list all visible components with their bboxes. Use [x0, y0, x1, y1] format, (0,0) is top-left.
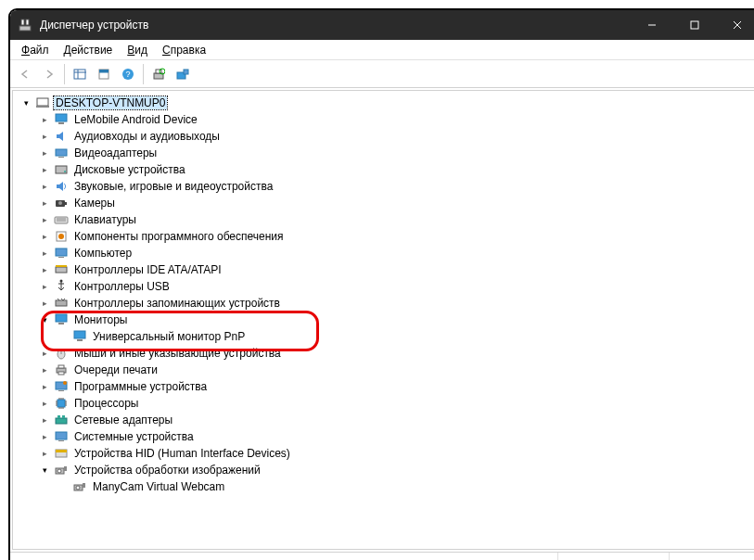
svg-rect-2	[26, 19, 29, 25]
tree-item[interactable]: ▸Дисковые устройства	[13, 161, 754, 178]
tree-label: Контроллеры IDE ATA/ATAPI	[72, 263, 224, 276]
expand-icon[interactable]: ▸	[37, 446, 52, 461]
status-cell	[10, 553, 558, 560]
svg-rect-49	[58, 365, 64, 368]
tree-item[interactable]: ▸Клавиатуры	[13, 211, 754, 228]
expand-icon[interactable]: ▸	[37, 363, 52, 377]
tree-item[interactable]: ▸Системные устройства	[13, 428, 754, 445]
tree-item[interactable]: ▸Устройства HID (Human Interface Devices…	[13, 445, 754, 462]
tree-label: Камеры	[72, 197, 117, 210]
minimize-button[interactable]	[631, 10, 673, 40]
toolbar-separator	[64, 64, 65, 84]
back-button	[14, 63, 36, 85]
camera-icon	[54, 196, 69, 210]
tree-label: Программные устройства	[72, 380, 209, 393]
svg-rect-57	[62, 415, 65, 418]
disk-icon	[54, 162, 69, 177]
collapse-icon[interactable]: ▾	[37, 463, 52, 477]
expand-icon[interactable]: ▸	[37, 262, 52, 277]
tree-item[interactable]: ▸Программные устройства	[13, 378, 754, 395]
tree-item[interactable]: ▸Контроллеры IDE ATA/ATAPI	[13, 261, 754, 278]
tree-item-manycam[interactable]: ▸ManyCam Virtual Webcam	[13, 478, 754, 495]
tree-item[interactable]: ▸Видеоадаптеры	[13, 145, 754, 161]
tree-item-monitors[interactable]: ▾Мониторы	[13, 312, 754, 328]
expand-icon[interactable]: ▸	[37, 112, 52, 127]
tree-item[interactable]: ▸Компьютер	[13, 245, 754, 261]
software-component-icon	[54, 229, 69, 244]
menubar: Файл Действие Вид Справка	[10, 40, 754, 60]
tree-label: Системные устройства	[72, 430, 196, 443]
scan-hardware-button[interactable]	[147, 63, 170, 85]
help-button[interactable]: ?	[117, 63, 139, 85]
svg-rect-39	[56, 265, 67, 267]
expand-icon[interactable]: ▸	[37, 379, 52, 394]
tree-label: Очереди печати	[72, 363, 160, 376]
tree-label: Устройства HID (Human Interface Devices)	[72, 447, 292, 460]
maximize-button[interactable]	[673, 10, 716, 40]
tree-label: Контроллеры USB	[72, 280, 172, 293]
tree-item[interactable]: ▸Звуковые, игровые и видеоустройства	[13, 178, 754, 195]
expand-icon[interactable]: ▸	[37, 296, 52, 311]
tree-item[interactable]: ▸Очереди печати	[13, 362, 754, 378]
svg-rect-41	[56, 300, 67, 306]
toolbar: ?	[10, 60, 754, 88]
svg-rect-38	[56, 267, 67, 273]
svg-rect-12	[99, 70, 109, 72]
expand-icon[interactable]: ▸	[37, 429, 52, 444]
collapse-icon[interactable]: ▾	[37, 312, 52, 327]
expand-icon[interactable]: ▸	[37, 279, 52, 294]
expand-icon[interactable]: ▸	[37, 246, 52, 261]
expand-icon[interactable]: ▸	[37, 162, 52, 177]
device-manager-window: Диспетчер устройств Файл Действие Вид Сп…	[9, 9, 754, 560]
expand-icon[interactable]: ▸	[37, 212, 52, 227]
tree-label: Клавиатуры	[72, 213, 138, 226]
tree-item-pnp-monitor[interactable]: ▸Универсальный монитор PnP	[13, 328, 754, 345]
tree-item[interactable]: ▸Аудиовходы и аудиовыходы	[13, 128, 754, 145]
monitor-icon	[72, 329, 87, 344]
add-legacy-button[interactable]	[172, 63, 194, 85]
svg-point-53	[63, 381, 67, 385]
show-hide-tree-button[interactable]	[69, 63, 91, 85]
menu-view[interactable]: Вид	[120, 42, 155, 58]
close-button[interactable]	[716, 10, 754, 40]
expand-icon[interactable]: ▸	[37, 129, 52, 144]
tree-label: Мыши и иные указывающие устройства	[72, 347, 283, 360]
monitor-icon	[54, 312, 69, 327]
menu-action[interactable]: Действие	[57, 42, 121, 58]
display-adapter-icon	[54, 146, 69, 160]
expand-icon[interactable]: ▸	[37, 146, 52, 160]
tree-label: Мониторы	[72, 313, 129, 326]
svg-rect-19	[184, 70, 188, 74]
tree-item[interactable]: ▸Камеры	[13, 195, 754, 211]
expand-icon[interactable]: ▸	[37, 346, 52, 361]
tree-item[interactable]: ▸Контроллеры запоминающих устройств	[13, 295, 754, 312]
tree-item[interactable]: ▸LeMobile Android Device	[13, 111, 754, 128]
expand-icon[interactable]: ▸	[37, 196, 52, 210]
expand-icon[interactable]: ▸	[37, 229, 52, 244]
hid-icon	[54, 446, 69, 461]
tree-label: Видеоадаптеры	[72, 146, 159, 159]
tree-label: Звуковые, игровые и видеоустройства	[72, 180, 275, 193]
properties-button[interactable]	[93, 63, 115, 85]
tree-item[interactable]: ▸Мыши и иные указывающие устройства	[13, 345, 754, 362]
audio-icon	[54, 129, 69, 144]
mouse-icon	[54, 346, 69, 361]
expand-icon[interactable]: ▾	[19, 95, 33, 110]
tree-item-imaging[interactable]: ▾Устройства обработки изображений	[13, 462, 754, 478]
device-tree[interactable]: ▾ DESKTOP-VTNMUP0 ▸LeMobile Android Devi…	[12, 90, 754, 550]
svg-rect-37	[58, 257, 64, 258]
expand-icon[interactable]: ▸	[37, 413, 52, 427]
tree-root[interactable]: ▾ DESKTOP-VTNMUP0	[13, 95, 754, 111]
svg-rect-20	[37, 98, 48, 106]
svg-rect-0	[19, 26, 31, 31]
tree-item[interactable]: ▸Сетевые адаптеры	[13, 412, 754, 428]
tree-item[interactable]: ▸Компоненты программного обеспечения	[13, 228, 754, 245]
expand-icon[interactable]: ▸	[37, 179, 52, 194]
tree-item[interactable]: ▸Процессоры	[13, 395, 754, 412]
tree-item[interactable]: ▸Контроллеры USB	[13, 278, 754, 295]
expand-icon[interactable]: ▸	[37, 396, 52, 411]
menu-file[interactable]: Файл	[14, 42, 57, 58]
svg-point-29	[58, 201, 62, 205]
menu-help[interactable]: Справка	[155, 42, 213, 58]
printer-icon	[54, 363, 69, 377]
